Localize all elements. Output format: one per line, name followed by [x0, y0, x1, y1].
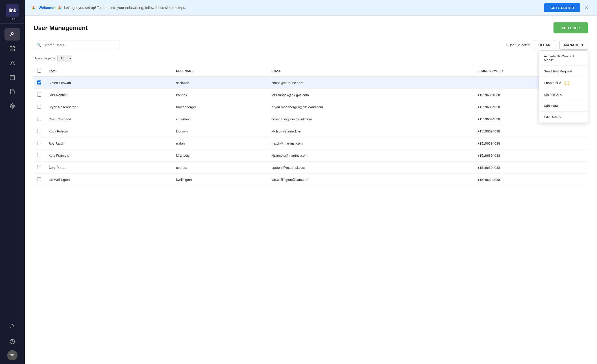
rows-label: Users per page [34, 56, 55, 60]
cell-username: lrahbek [173, 89, 268, 101]
col-name: NAME [45, 65, 173, 77]
cell-username: iwellington [173, 174, 268, 186]
sidebar-item-users[interactable] [5, 57, 20, 69]
banner-welcome: Welcome! [39, 6, 56, 10]
cell-name: Ian Wellington [45, 174, 173, 186]
row-checkbox-cell [34, 101, 45, 113]
svg-point-13 [12, 105, 13, 107]
row-checkbox[interactable] [37, 93, 41, 97]
app-logo: link [6, 4, 19, 17]
cell-email: ian.wellington@pars.com [268, 174, 474, 186]
chevron-down-icon: ▾ [581, 43, 583, 47]
header-checkbox-cell [34, 65, 45, 77]
row-checkbox-cell [34, 113, 45, 125]
add-user-button[interactable]: ADD USER [553, 23, 588, 33]
banner-text: Welcome! 🎉 Let's get you set up! To comp… [39, 6, 541, 10]
manage-button[interactable]: MANAGE ▾ [559, 41, 588, 50]
row-checkbox-cell [34, 149, 45, 162]
dropdown-item-disable-2fa[interactable]: Disable 2FA [539, 89, 588, 101]
search-icon: 🔍 [37, 43, 41, 47]
sidebar-item-dashboard[interactable] [5, 42, 20, 55]
row-checkbox-cell [34, 137, 45, 149]
get-started-button[interactable]: GET STARTED [544, 3, 580, 12]
dropdown-item-add-card[interactable]: Add Card [539, 101, 588, 112]
sidebar-item-calendar[interactable] [5, 71, 20, 84]
cell-name: Lars Rahbek [45, 89, 173, 101]
avatar[interactable]: SB [7, 350, 17, 360]
toolbar-right: 1 User Selected CLEAR MANAGE ▾ Activate … [506, 41, 588, 50]
row-checkbox[interactable] [37, 141, 41, 145]
row-checkbox[interactable] [37, 80, 41, 85]
cell-username: sschwab [173, 77, 268, 89]
sidebar-bottom: SB [0, 317, 25, 364]
cell-username: ccharland [173, 113, 268, 125]
sidebar-item-notifications[interactable] [5, 320, 20, 333]
logo-section: link 1.2.0 [0, 0, 25, 23]
row-checkbox[interactable] [37, 177, 41, 181]
cell-username: rralph [173, 137, 268, 149]
page-header: User Management ADD USER [34, 23, 588, 33]
cell-name: Koty Francois [45, 149, 173, 162]
banner-close-button[interactable]: ✕ [583, 4, 590, 11]
col-username: USERNAME [173, 65, 268, 77]
sidebar-item-user[interactable] [5, 28, 20, 41]
row-checkbox-cell [34, 162, 45, 174]
onboarding-banner: 🎉 Welcome! 🎉 Let's get you set up! To co… [25, 0, 597, 16]
table-row: Roy Ralph rralph rralph@martinsi.com +15… [34, 137, 588, 149]
row-checkbox[interactable] [37, 165, 41, 169]
dropdown-item-edit-details[interactable]: Edit Details [539, 112, 588, 123]
svg-point-0 [11, 32, 14, 34]
cell-username: kfolsom [173, 125, 268, 137]
row-checkbox[interactable] [37, 129, 41, 133]
selection-info: 1 User Selected [506, 43, 530, 47]
cell-name: Cory Peters [45, 162, 173, 174]
cell-phone: +15196394038 [474, 162, 588, 174]
cell-email: cpeters@martinsi.com [268, 162, 474, 174]
svg-rect-4 [10, 49, 12, 51]
main-area: 🎉 Welcome! 🎉 Let's get you set up! To co… [25, 0, 597, 364]
svg-rect-2 [13, 46, 15, 48]
rows-per-page-select[interactable]: 10 25 50 100 [57, 55, 72, 62]
banner-emoji-left: 🎉 [31, 6, 36, 10]
cell-phone: +15196394038 [474, 174, 588, 186]
search-input[interactable] [34, 40, 119, 50]
row-checkbox[interactable] [37, 105, 41, 109]
cell-name: Kody Folsom [45, 125, 173, 137]
col-email: EMAIL [268, 65, 474, 77]
cell-username: cpeters [173, 162, 268, 174]
sidebar-nav [0, 23, 25, 317]
sidebar-item-settings[interactable] [5, 100, 20, 112]
dropdown-item-enable-2fa[interactable]: Enable 2FA [539, 77, 588, 89]
cell-name: Chad Charland [45, 113, 173, 125]
cell-name: Bryan Rosenberger [45, 101, 173, 113]
cell-phone: +15196394038 [474, 149, 588, 162]
sidebar-item-reports[interactable] [5, 85, 20, 98]
table-row: Chad Charland ccharland ccharland@electr… [34, 113, 588, 125]
table-header: NAME USERNAME EMAIL PHONE NUMBER [34, 65, 588, 77]
table-body: Simon Schwab sschwab simon@care-inc.com … [34, 77, 588, 186]
cell-email: ccharland@electralink.com [268, 113, 474, 125]
rows-per-page-control: Users per page 10 25 50 100 [34, 55, 588, 62]
user-table: NAME USERNAME EMAIL PHONE NUMBER Simon S… [34, 65, 588, 186]
manage-dropdown-menu: Activate BioConnect Mobile Send Test Req… [539, 50, 588, 123]
dropdown-item-activate-bioconnect[interactable]: Activate BioConnect Mobile [539, 51, 588, 66]
clear-button[interactable]: CLEAR [533, 41, 556, 49]
select-all-checkbox[interactable] [37, 69, 41, 73]
row-checkbox[interactable] [37, 117, 41, 121]
row-checkbox-cell [34, 174, 45, 186]
dropdown-item-send-test[interactable]: Send Test Request [539, 66, 588, 77]
page-content: User Management ADD USER 🔍 1 User Select… [25, 16, 597, 364]
sidebar-item-help[interactable] [5, 335, 20, 348]
row-checkbox[interactable] [37, 153, 41, 157]
cell-email: bryan.rosenberger@allclearid.com [268, 101, 474, 113]
svg-rect-1 [10, 46, 12, 48]
table-row: Bryan Rosenberger brosenberger bryan.ros… [34, 101, 588, 113]
search-wrapper: 🔍 [34, 40, 119, 50]
cell-email: rralph@martinsi.com [268, 137, 474, 149]
cell-email: kfrancois@martinsi.com [268, 149, 474, 162]
cell-email: lars.rahbek@dk.g4s.com [268, 89, 474, 101]
cell-email: simon@care-inc.com [268, 77, 474, 89]
row-checkbox-cell [34, 125, 45, 137]
table-row: Cory Peters cpeters cpeters@martinsi.com… [34, 162, 588, 174]
cell-email: kfolsom@firetrol.net [268, 125, 474, 137]
